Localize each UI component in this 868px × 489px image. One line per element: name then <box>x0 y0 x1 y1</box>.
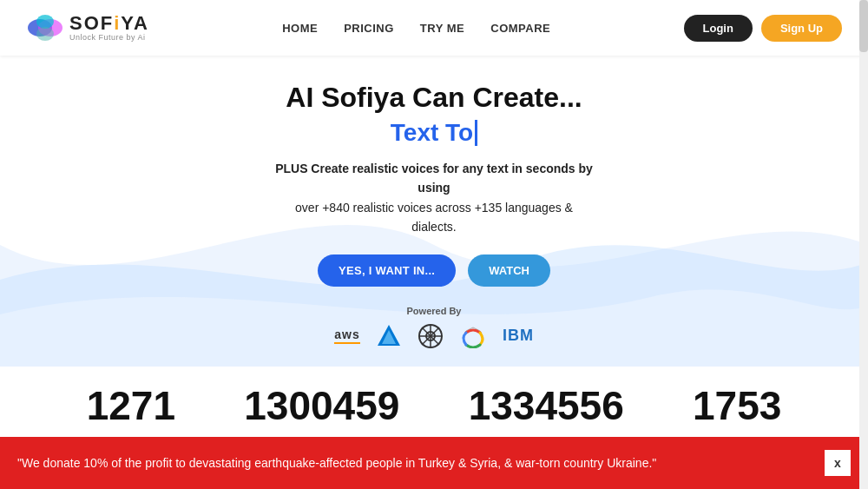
openai-logo <box>418 323 444 349</box>
hero-content: AI Sofiya Can Create... Text To PLUS Cre… <box>0 82 868 287</box>
nav-home[interactable]: HOME <box>282 20 318 36</box>
yes-i-want-button[interactable]: YES, I WANT IN... <box>318 254 456 287</box>
powered-section: Powered By aws <box>0 306 868 349</box>
logo-tagline: Unlock Future by Ai <box>69 33 149 42</box>
subtitle-text: Text To <box>391 119 473 147</box>
stat-3: 1334556 <box>469 382 624 429</box>
nav-compare[interactable]: COMPARE <box>490 20 550 36</box>
navbar: SOFiYA Unlock Future by Ai HOME PRICING … <box>0 0 868 56</box>
banner-close-button[interactable]: x <box>825 450 851 476</box>
text-cursor <box>475 120 477 146</box>
hero-section: AI Sofiya Can Create... Text To PLUS Cre… <box>0 56 868 367</box>
hero-subtitle: Text To <box>0 119 868 147</box>
powered-label: Powered By <box>0 306 868 316</box>
banner-text: "We donate 10% of the profit to devastat… <box>17 454 656 472</box>
svg-point-3 <box>36 27 54 41</box>
stats-section: 1271 1300459 1334556 1753 <box>0 367 868 445</box>
hero-title: AI Sofiya Can Create... <box>0 82 868 114</box>
scrollbar[interactable] <box>859 0 868 489</box>
nav-links: HOME PRICING TRY ME COMPARE <box>282 20 550 36</box>
nav-tryme[interactable]: TRY ME <box>420 20 464 36</box>
svg-point-2 <box>36 15 54 29</box>
logo-name: SOFiYA <box>69 14 149 33</box>
login-button[interactable]: Login <box>684 15 753 42</box>
azure-logo <box>376 323 402 349</box>
stat-1: 1271 <box>87 382 175 429</box>
hero-description: PLUS Create realistic voices for any tex… <box>269 159 599 237</box>
nav-buttons: Login Sign Up <box>684 15 843 42</box>
nav-pricing[interactable]: PRICING <box>344 20 394 36</box>
donation-banner: "We donate 10% of the profit to devastat… <box>0 437 868 489</box>
powered-logos: aws <box>0 323 868 349</box>
stat-2: 1300459 <box>244 382 399 429</box>
sofiya-logo-icon <box>26 9 64 47</box>
aws-logo: aws <box>334 327 360 344</box>
signup-button[interactable]: Sign Up <box>761 15 842 42</box>
gcp-logo <box>459 324 487 348</box>
ibm-logo: IBM <box>503 327 534 345</box>
logo[interactable]: SOFiYA Unlock Future by Ai <box>26 9 149 47</box>
stat-4: 1753 <box>693 382 781 429</box>
logo-text: SOFiYA Unlock Future by Ai <box>69 14 149 42</box>
hero-buttons: YES, I WANT IN... WATCH <box>0 254 868 287</box>
scrollbar-thumb[interactable] <box>859 0 868 52</box>
watch-button[interactable]: WATCH <box>468 254 550 287</box>
